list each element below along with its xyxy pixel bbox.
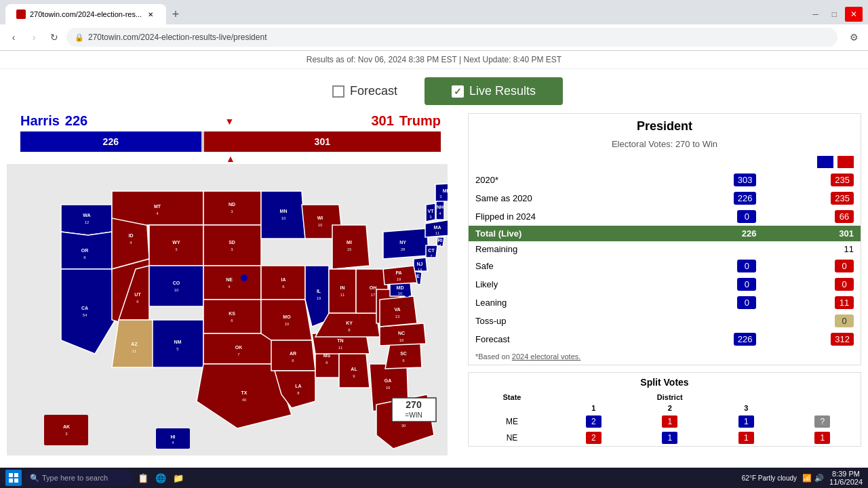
state-nm[interactable] <box>153 320 203 367</box>
state-ar[interactable] <box>271 340 315 371</box>
minimize-button[interactable]: ─ <box>807 7 824 22</box>
row-blue: 226 <box>666 330 763 348</box>
stats-table: 2020* 303 235 Same as 2020 226 235 Flipp… <box>469 171 861 348</box>
split-table: State District 1 2 3 ME 2 <box>469 392 861 446</box>
table-row-flipped: Flipped in 2024 0 66 <box>469 207 861 226</box>
state-ct[interactable] <box>426 245 437 258</box>
state-ny[interactable] <box>383 228 429 259</box>
refresh-button[interactable]: ↻ <box>46 29 62 45</box>
tab-close-button[interactable]: ✕ <box>146 9 155 19</box>
row-label: Remaining <box>469 241 666 257</box>
state-or[interactable] <box>61 232 112 269</box>
state-nc[interactable] <box>380 323 426 346</box>
ne-d2: 1 <box>708 430 785 446</box>
state-ks[interactable] <box>203 300 261 333</box>
legend-blue <box>817 156 833 168</box>
maximize-button[interactable]: □ <box>827 7 842 22</box>
row-blue: 0 <box>666 293 763 312</box>
badge-red: 0 <box>835 260 854 272</box>
row-red: 301 <box>763 226 861 241</box>
state-nd[interactable] <box>203 191 261 225</box>
row-red: 0 <box>763 257 861 275</box>
state-me[interactable] <box>435 183 448 201</box>
live-label: Live Results <box>469 84 536 98</box>
state-va[interactable] <box>380 296 417 327</box>
table-row-2020: 2020* 303 235 <box>469 171 861 189</box>
row-label: Toss-up <box>469 312 666 330</box>
split-row-me: ME 2 1 1 ? <box>469 413 861 430</box>
col-d3: 3 <box>708 403 785 413</box>
row-red: 312 <box>763 330 861 348</box>
state-ia[interactable] <box>261 266 305 300</box>
row-label: Likely <box>469 275 666 293</box>
badge-blue: 0 <box>737 260 756 272</box>
main-content: Harris 226 ▼ 301 Trump 226 301 <box>0 113 868 455</box>
forward-button[interactable]: › <box>26 29 42 45</box>
badge-blue: 226 <box>734 333 757 346</box>
state-mo[interactable] <box>261 300 312 340</box>
electoral-map-svg: WA 12 OR 8 CA 54 ID 4 MT <box>7 164 448 455</box>
state-al[interactable] <box>339 354 370 388</box>
state-mt[interactable] <box>112 191 203 225</box>
badge-blue: 0 <box>737 296 756 309</box>
me-badge-1b: 1 <box>738 415 754 428</box>
trump-name: Trump <box>399 113 441 129</box>
split-header-row: State District <box>469 392 861 403</box>
forecast-checkbox[interactable] <box>332 85 344 98</box>
row-label: Forecast <box>469 330 666 348</box>
row-blue: 0 <box>666 207 763 226</box>
row-blue: 303 <box>666 171 763 189</box>
state-wa[interactable] <box>61 205 112 235</box>
table-row-same: Same as 2020 226 235 <box>469 189 861 207</box>
triangle-indicator: ▼ <box>224 117 234 126</box>
badge-red: 66 <box>835 210 854 223</box>
ne1-indicator <box>241 274 248 281</box>
state-ne[interactable] <box>203 266 261 300</box>
state-nh[interactable] <box>436 200 444 220</box>
badge-blue: 226 <box>734 192 757 205</box>
ne-d0: 2 <box>555 430 632 446</box>
state-az[interactable] <box>112 320 156 367</box>
col-d2: 2 <box>631 403 708 413</box>
state-nj[interactable] <box>414 258 427 271</box>
state-pa[interactable] <box>383 266 417 285</box>
state-co[interactable] <box>149 266 203 306</box>
row-label: Same as 2020 <box>469 189 666 207</box>
ev-bar-red: 301 <box>204 131 441 152</box>
state-ok[interactable] <box>203 333 275 364</box>
back-button[interactable]: ‹ <box>5 29 22 45</box>
col-state: State <box>469 392 555 403</box>
status-bar: Results as of: Nov 06, 2024 8:38 PM EST … <box>0 51 868 69</box>
extensions-button[interactable]: ⚙ <box>846 30 863 44</box>
state-ak[interactable] <box>44 415 88 445</box>
state-mi[interactable] <box>332 225 370 269</box>
active-tab[interactable]: 270towin.com/2024-election-res... ✕ <box>5 4 166 24</box>
state-vt[interactable] <box>426 203 435 222</box>
state-hi[interactable] <box>156 428 190 449</box>
split-votes-panel: Split Votes State District 1 2 3 <box>468 372 861 447</box>
badge-red: 0 <box>835 278 854 291</box>
us-map[interactable]: WA 12 OR 8 CA 54 ID 4 MT <box>7 164 448 455</box>
state-in[interactable] <box>329 269 356 313</box>
live-results-toggle[interactable]: ✓ Live Results <box>425 77 563 105</box>
row-label: Leaning <box>469 293 666 312</box>
win-badge-text: =WIN <box>405 411 422 419</box>
state-mn[interactable] <box>261 191 305 239</box>
state-sc[interactable] <box>385 344 422 369</box>
state-wy[interactable] <box>149 225 203 266</box>
live-checkmark: ✓ <box>452 85 464 98</box>
state-sd[interactable] <box>203 225 261 266</box>
table-row-leaning: Leaning 0 11 <box>469 293 861 312</box>
table-row-total: Total (Live) 226 301 <box>469 226 861 241</box>
table-row-likely: Likely 0 0 <box>469 275 861 293</box>
triangle-down: ▲ <box>20 153 441 164</box>
address-bar[interactable]: 🔒 270towin.com/2024-election-results-liv… <box>66 28 837 47</box>
forecast-toggle[interactable]: Forecast <box>305 77 425 105</box>
new-tab-button[interactable]: + <box>166 5 185 24</box>
state-ri[interactable] <box>437 237 444 247</box>
footnote-link[interactable]: 2024 electoral votes. <box>512 352 581 361</box>
close-button[interactable]: ✕ <box>845 7 863 22</box>
harris-name: Harris <box>20 113 60 129</box>
me-badge-q: ? <box>814 415 830 428</box>
state-dc[interactable] <box>404 291 410 297</box>
